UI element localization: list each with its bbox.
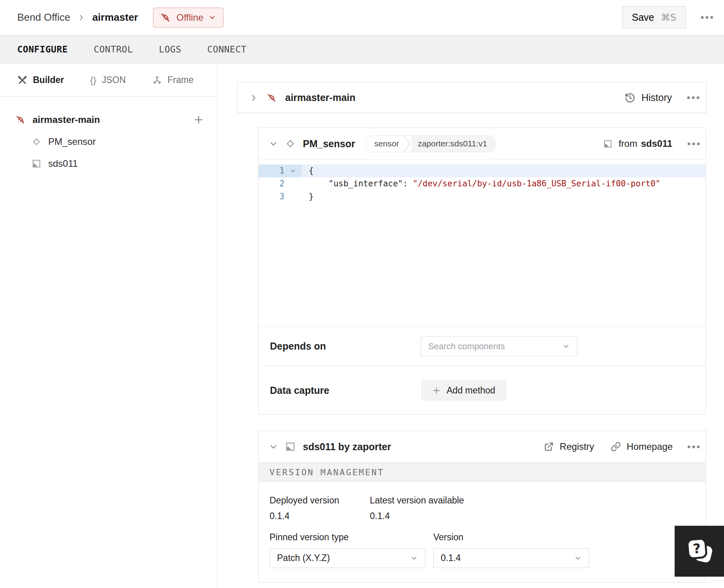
breadcrumb-chevron-icon — [77, 14, 85, 22]
pinned-version-type-label: Pinned version type — [270, 532, 433, 543]
tree-item-label: PM_sensor — [48, 136, 96, 147]
configure-main: airmaster-main History — [218, 64, 724, 588]
component-overflow-menu-icon[interactable] — [692, 142, 695, 145]
part-card-airmaster-main: airmaster-main History — [237, 82, 707, 113]
header-overflow-menu-icon[interactable] — [706, 16, 708, 19]
deployed-version-label: Deployed version — [270, 495, 370, 506]
module-card-sds011: sds011 by zaporter Registry — [258, 431, 706, 583]
tree-item-label: airmaster-main — [33, 114, 100, 125]
machine-status-dropdown[interactable]: Offline — [153, 7, 224, 28]
depends-on-placeholder: Search components — [428, 341, 505, 351]
help-button[interactable]: ? — [675, 526, 724, 577]
version-label: Version — [433, 532, 589, 543]
tree-item-airmaster-main[interactable]: airmaster-main — [0, 108, 217, 131]
line-number: 3 — [259, 190, 284, 203]
homepage-label: Homepage — [627, 441, 673, 452]
history-clock-icon — [624, 92, 635, 103]
add-method-button[interactable]: Add method — [421, 381, 506, 400]
code-text: { — [302, 164, 314, 177]
save-button[interactable]: Save ⌘S — [622, 6, 686, 29]
component-card-pm-sensor: PM_sensor sensor zaporter:sds011:v1 — [258, 128, 706, 415]
status-chevron-down-icon — [208, 14, 216, 22]
breadcrumb-org[interactable]: Bend Office — [17, 11, 70, 23]
from-target: sds011 — [641, 138, 672, 149]
tab-connect[interactable]: CONNECT — [207, 44, 246, 54]
chain-link-icon — [611, 442, 621, 452]
plus-icon — [432, 386, 441, 395]
version-management-section-header: VERSION MANAGEMENT — [259, 462, 706, 482]
pinned-version-type-select[interactable]: Patch (X.Y.Z) — [270, 548, 425, 568]
help-question-icon: ? — [682, 534, 716, 568]
module-card-header: sds011 by zaporter Registry — [259, 431, 706, 462]
code-text: "usb_interface": "/dev/serial/by-id/usb-… — [302, 177, 661, 190]
view-json-label: JSON — [102, 75, 126, 85]
depends-on-select[interactable]: Search components — [421, 336, 577, 356]
view-builder[interactable]: Builder — [17, 75, 64, 85]
component-diamond-icon — [285, 138, 296, 149]
model-badge: zaporter:sds011:v1 — [411, 136, 496, 152]
tab-control[interactable]: CONTROL — [94, 44, 133, 54]
view-switcher: Builder {} JSON Frame — [0, 64, 217, 97]
tree-item-pm-sensor[interactable]: PM_sensor — [0, 131, 217, 153]
hammer-wrench-icon — [17, 75, 27, 85]
version-management-body: Deployed version 0.1.4 Latest version av… — [259, 482, 706, 582]
line-number: 2 — [259, 177, 284, 190]
latest-version-label: Latest version available — [370, 495, 464, 506]
wifi-off-icon — [266, 92, 277, 103]
wifi-off-icon — [15, 114, 26, 125]
tree-item-sds011[interactable]: sds011 — [0, 153, 217, 175]
version-value: 0.1.4 — [441, 553, 461, 563]
module-icon — [31, 159, 42, 169]
save-label: Save — [632, 12, 654, 23]
from-module-link[interactable]: from sds011 — [603, 138, 672, 149]
code-line: 3 } — [259, 190, 706, 203]
axes-icon — [152, 75, 162, 85]
view-frame[interactable]: Frame — [152, 75, 194, 85]
history-label: History — [641, 92, 672, 103]
select-chevron-down-icon — [562, 342, 570, 350]
module-overflow-menu-icon[interactable] — [692, 446, 695, 448]
part-title: airmaster-main — [285, 92, 355, 103]
line-number: 1 — [259, 164, 284, 177]
viam-app-screen: Bend Office airmaster Offline — [0, 0, 724, 588]
pinned-version-type-value: Patch (X.Y.Z) — [277, 553, 330, 563]
registry-link[interactable]: Registry — [544, 441, 594, 452]
view-builder-label: Builder — [33, 75, 64, 85]
part-overflow-menu-icon[interactable] — [692, 96, 695, 99]
tree-item-label: sds011 — [48, 158, 78, 169]
pm-sensor-card-header: PM_sensor sensor zaporter:sds011:v1 — [259, 128, 706, 159]
tab-logs[interactable]: LOGS — [159, 44, 181, 54]
version-select[interactable]: 0.1.4 — [433, 548, 589, 568]
code-text: } — [302, 190, 314, 203]
latest-version-value: 0.1.4 — [370, 511, 464, 521]
component-type-model-badge: sensor zaporter:sds011:v1 — [365, 135, 496, 152]
fold-chevron-icon[interactable] — [284, 164, 302, 177]
tab-configure[interactable]: CONFIGURE — [17, 44, 68, 54]
component-diamond-icon — [31, 137, 42, 147]
data-capture-label: Data capture — [270, 385, 329, 396]
collapse-chevron-down-icon[interactable] — [269, 442, 278, 451]
curly-braces-icon: {} — [90, 75, 96, 86]
depends-on-row: Depends on Search components — [259, 326, 706, 366]
code-line: 1 { — [259, 164, 706, 177]
add-method-label: Add method — [447, 385, 495, 396]
depends-on-label: Depends on — [270, 341, 326, 352]
history-button[interactable]: History — [624, 92, 672, 103]
external-link-icon — [544, 442, 554, 452]
expand-chevron-right-icon[interactable] — [249, 94, 258, 102]
breadcrumb: Bend Office airmaster — [17, 11, 138, 23]
badge-divider-chevron-icon — [403, 136, 411, 152]
save-shortcut: ⌘S — [661, 12, 676, 23]
component-title: PM_sensor — [303, 138, 355, 150]
attributes-json-editor[interactable]: 1 { 2 "usb_interface": "/dev/serial/by-i… — [259, 159, 706, 326]
add-component-button[interactable] — [194, 115, 204, 125]
wifi-off-icon — [159, 12, 171, 23]
select-chevron-down-icon — [410, 554, 418, 562]
breadcrumb-machine: airmaster — [92, 11, 138, 23]
collapse-chevron-down-icon[interactable] — [269, 139, 278, 148]
view-json[interactable]: {} JSON — [90, 75, 126, 86]
module-icon — [285, 441, 296, 452]
homepage-link[interactable]: Homepage — [611, 441, 673, 452]
top-header: Bend Office airmaster Offline — [0, 0, 724, 35]
configure-sidebar: Builder {} JSON Frame — [0, 64, 217, 588]
